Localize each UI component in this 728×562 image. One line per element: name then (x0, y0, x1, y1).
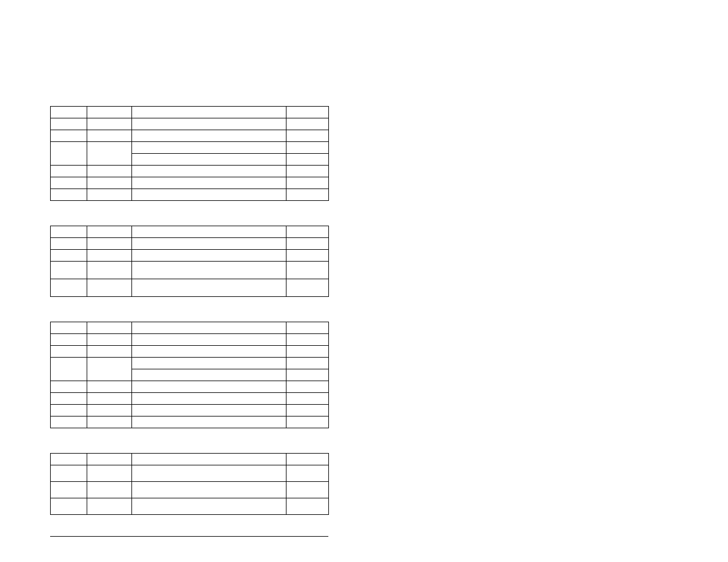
cell (51, 405, 87, 416)
cell (132, 369, 286, 381)
cell (87, 189, 132, 201)
cell (286, 465, 329, 482)
cell (286, 358, 329, 369)
cell (132, 454, 286, 465)
cell (132, 226, 286, 238)
table-row (51, 262, 329, 279)
table-row (51, 416, 329, 428)
cell (51, 381, 87, 393)
cell (286, 346, 329, 358)
cell (286, 482, 329, 498)
table-row (51, 381, 329, 393)
cell (87, 454, 132, 465)
cell (132, 358, 286, 369)
cell (286, 250, 329, 262)
table-row (51, 482, 329, 498)
cell (51, 142, 87, 166)
cell (286, 381, 329, 393)
cell (51, 454, 87, 465)
table-row (51, 107, 329, 118)
table-1 (50, 106, 329, 201)
cell (132, 130, 286, 142)
table-row (51, 250, 329, 262)
cell (132, 238, 286, 250)
cell (87, 107, 132, 118)
table-row (51, 118, 329, 130)
cell (87, 334, 132, 346)
cell (132, 142, 286, 154)
cell (286, 498, 329, 515)
cell (87, 130, 132, 142)
table-row (51, 465, 329, 482)
cell (87, 405, 132, 416)
cell (132, 107, 286, 118)
table-row (51, 358, 329, 369)
cell (132, 393, 286, 405)
table-row (51, 279, 329, 297)
cell (51, 279, 87, 297)
table-4 (50, 453, 329, 515)
cell (87, 250, 132, 262)
cell (132, 405, 286, 416)
table-row (51, 498, 329, 515)
cell (132, 465, 286, 482)
cell (51, 107, 87, 118)
cell (132, 166, 286, 177)
table-row (51, 166, 329, 177)
cell (132, 262, 286, 279)
table-row (51, 346, 329, 358)
cell (51, 226, 87, 238)
cell (51, 393, 87, 405)
cell (286, 454, 329, 465)
cell (132, 498, 286, 515)
cell (132, 322, 286, 334)
cell (51, 238, 87, 250)
cell (286, 142, 329, 154)
cell (87, 416, 132, 428)
cell (132, 334, 286, 346)
cell (132, 346, 286, 358)
table-row (51, 226, 329, 238)
cell (51, 130, 87, 142)
cell (51, 498, 87, 515)
cell (132, 279, 286, 297)
cell (87, 118, 132, 130)
cell (51, 482, 87, 498)
table-row (51, 130, 329, 142)
cell (51, 416, 87, 428)
cell (132, 482, 286, 498)
cell (87, 279, 132, 297)
cell (132, 118, 286, 130)
cell (51, 118, 87, 130)
table-row (51, 405, 329, 416)
cell (51, 358, 87, 381)
cell (286, 226, 329, 238)
cell (51, 346, 87, 358)
table-row (51, 142, 329, 154)
cell (286, 130, 329, 142)
cell (286, 177, 329, 189)
cell (132, 381, 286, 393)
cell (51, 334, 87, 346)
cell (286, 154, 329, 166)
cell (87, 465, 132, 482)
cell (132, 250, 286, 262)
cell (286, 322, 329, 334)
cell (87, 381, 132, 393)
cell (286, 166, 329, 177)
cell (132, 416, 286, 428)
table-row (51, 189, 329, 201)
cell (286, 393, 329, 405)
cell (51, 465, 87, 482)
cell (286, 189, 329, 201)
cell (51, 262, 87, 279)
table-2 (50, 226, 329, 297)
cell (286, 118, 329, 130)
table-row (51, 454, 329, 465)
cell (286, 334, 329, 346)
cell (286, 238, 329, 250)
cell (286, 262, 329, 279)
cell (87, 346, 132, 358)
cell (286, 107, 329, 118)
cell (286, 416, 329, 428)
